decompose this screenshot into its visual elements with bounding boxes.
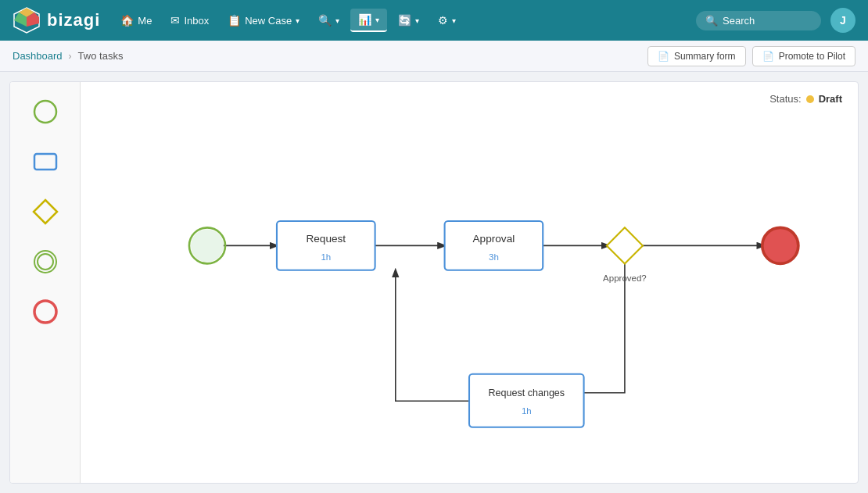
svg-point-14 [191, 229, 224, 262]
request-task-node [277, 221, 375, 270]
new-case-icon: 📋 [228, 14, 241, 27]
user-initial: J [840, 14, 846, 27]
new-case-chevron: ▾ [296, 16, 299, 25]
analytics-icon: 📊 [358, 13, 371, 26]
nav-new-case-label: New Case [245, 15, 292, 27]
svg-point-4 [34, 101, 56, 123]
svg-text:Approved?: Approved? [603, 273, 647, 283]
diagram-canvas[interactable]: Status: Draft [81, 82, 858, 483]
settings-icon: ⚙ [438, 14, 448, 27]
logo-icon [13, 6, 41, 34]
settings-chevron: ▾ [452, 16, 456, 25]
nav-process[interactable]: 🔄 ▾ [390, 9, 427, 31]
svg-point-8 [38, 254, 53, 270]
svg-text:Approval: Approval [473, 233, 515, 245]
user-avatar[interactable]: J [830, 8, 855, 33]
search-box[interactable]: 🔍 Search [696, 11, 821, 30]
summary-form-label: Summary form [674, 51, 736, 62]
approval-task-node [445, 221, 543, 270]
breadcrumb-bar: Dashboard › Two tasks 📄 Summary form 📄 P… [0, 41, 868, 72]
home-icon: 🏠 [120, 14, 134, 27]
summary-form-icon: 📄 [658, 51, 669, 62]
svg-point-9 [34, 301, 56, 323]
nav-new-case[interactable]: 📋 New Case ▾ [220, 9, 307, 31]
nav-analytics[interactable]: 📊 ▾ [350, 9, 387, 32]
search-box-icon: 🔍 [705, 15, 718, 27]
process-icon: 🔄 [398, 14, 411, 27]
svg-marker-6 [34, 200, 57, 223]
promote-pilot-button[interactable]: 📄 Promote to Pilot [752, 46, 855, 66]
toolbox [10, 82, 81, 483]
analytics-chevron: ▾ [375, 16, 379, 24]
nav-me[interactable]: 🏠 Me [113, 9, 160, 31]
nav-inbox-label: Inbox [184, 15, 209, 27]
gateway-node [607, 227, 643, 263]
svg-text:Request: Request [306, 233, 346, 245]
breadcrumb-parent[interactable]: Dashboard [13, 50, 63, 62]
nav-settings[interactable]: ⚙ ▾ [430, 9, 464, 31]
request-changes-node [469, 374, 584, 427]
summary-form-button[interactable]: 📄 Summary form [647, 46, 746, 66]
logo-text: bizagi [47, 10, 100, 30]
breadcrumb-actions: 📄 Summary form 📄 Promote to Pilot [647, 46, 855, 66]
svg-text:Request changes: Request changes [488, 388, 565, 398]
search-nav-icon: 🔍 [318, 14, 332, 27]
breadcrumb-current: Two tasks [78, 50, 124, 62]
nav-inbox[interactable]: ✉ Inbox [163, 9, 217, 31]
logo[interactable]: bizagi [13, 6, 100, 34]
process-chevron: ▾ [415, 16, 419, 25]
search-box-label: Search [723, 15, 755, 27]
inbox-icon: ✉ [170, 14, 180, 27]
navbar: bizagi 🏠 Me ✉ Inbox 📋 New Case ▾ 🔍 ▾ 📊 ▾… [0, 0, 868, 41]
nav-me-label: Me [138, 15, 152, 27]
main-content: Status: Draft [0, 72, 868, 493]
svg-text:1h: 1h [321, 252, 331, 262]
tool-intermediate[interactable] [28, 245, 63, 279]
tool-task[interactable] [28, 145, 63, 179]
svg-rect-5 [34, 154, 56, 170]
tool-gateway[interactable] [28, 195, 63, 229]
diagram-svg: Request 1h Approval 3h Approved? Request… [81, 82, 858, 483]
breadcrumb-separator: › [69, 51, 72, 62]
diagram-wrapper: Status: Draft [9, 81, 859, 484]
end-event-node [762, 227, 798, 263]
tool-start-event[interactable] [28, 95, 63, 129]
search-chevron: ▾ [335, 16, 339, 25]
nav-search[interactable]: 🔍 ▾ [310, 9, 347, 31]
tool-end-event[interactable] [28, 295, 63, 329]
svg-text:3h: 3h [489, 252, 499, 262]
promote-pilot-icon: 📄 [762, 51, 774, 62]
svg-text:1h: 1h [522, 406, 532, 416]
promote-pilot-label: Promote to Pilot [779, 51, 845, 62]
